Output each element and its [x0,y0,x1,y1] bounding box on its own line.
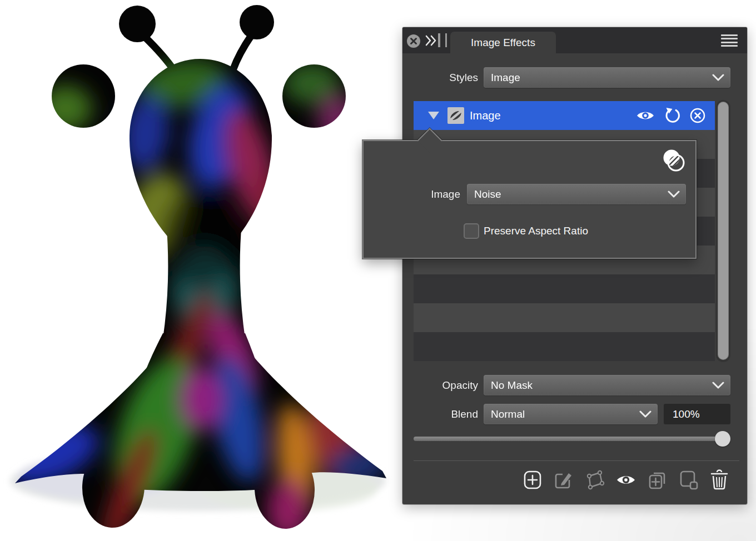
menu-icon[interactable] [721,34,738,47]
copy-effect-icon[interactable] [678,470,698,490]
opacity-label: Opacity [402,375,478,395]
blend-amount-value: 100% [673,408,700,420]
collapse-chevrons-icon[interactable] [425,34,438,49]
disclosure-triangle-icon[interactable] [428,112,439,119]
toggle-visibility-icon[interactable] [616,470,636,490]
opacity-dropdown[interactable]: No Mask [484,375,730,395]
styles-dropdown-value: Image [491,72,520,83]
toolbar-separator [414,460,739,461]
duplicate-effect-icon[interactable] [647,470,667,490]
opacity-dropdown-value: No Mask [491,379,533,391]
chevron-down-icon [668,191,680,198]
noise-giraffe-figure[interactable] [0,0,402,541]
popup-image-label: Image [364,184,460,204]
effect-slot-row[interactable] [414,303,715,332]
effect-row-image[interactable]: Image [414,101,715,130]
close-icon[interactable] [407,34,420,48]
effect-row-label: Image [470,109,501,122]
mesh-warp-icon[interactable] [585,470,605,490]
panel-toolbar [523,470,729,490]
preserve-aspect-ratio-label: Preserve Aspect Ratio [484,223,588,239]
image-effects-panel: Image Effects Styles Image Image [402,27,747,504]
blend-label: Blend [402,404,478,424]
chevron-down-icon [639,410,651,418]
popup-image-dropdown[interactable]: Noise [467,184,686,204]
close-x-glyph [409,37,418,46]
effect-slot-row[interactable] [414,332,715,361]
slider-thumb[interactable] [715,431,730,447]
edit-effect-icon[interactable] [554,470,574,490]
styles-label: Styles [402,67,478,88]
chevron-down-icon [712,382,724,389]
blend-dropdown[interactable]: Normal [484,404,658,424]
panel-header: Image Effects [402,27,747,53]
blend-dropdown-value: Normal [491,408,525,420]
blend-amount-field[interactable]: 100% [664,404,730,424]
remove-circle-icon[interactable] [689,107,706,124]
preserve-aspect-ratio-checkbox[interactable] [464,223,479,239]
add-effect-icon[interactable] [523,470,543,490]
styles-dropdown[interactable]: Image [484,67,730,88]
tab-image-effects[interactable]: Image Effects [450,32,556,53]
chevron-down-icon [712,74,724,81]
reset-icon[interactable] [663,107,681,124]
delete-effect-icon[interactable] [709,470,729,490]
canvas-figure[interactable] [0,0,402,541]
visibility-eye-icon[interactable] [636,109,655,122]
blend-amount-slider[interactable] [414,437,730,441]
effect-slot-row[interactable] [414,274,715,303]
scrollbar-thumb[interactable] [718,102,729,360]
image-thumbnail-icon [447,107,464,124]
panel-title: Image Effects [471,37,535,49]
popup-image-dropdown-value: Noise [474,188,501,200]
pause-bars-icon[interactable] [438,33,447,47]
noise-ball-icon[interactable] [661,148,687,173]
image-effect-popup: Image Noise Preserve Aspect Ratio [362,140,697,259]
